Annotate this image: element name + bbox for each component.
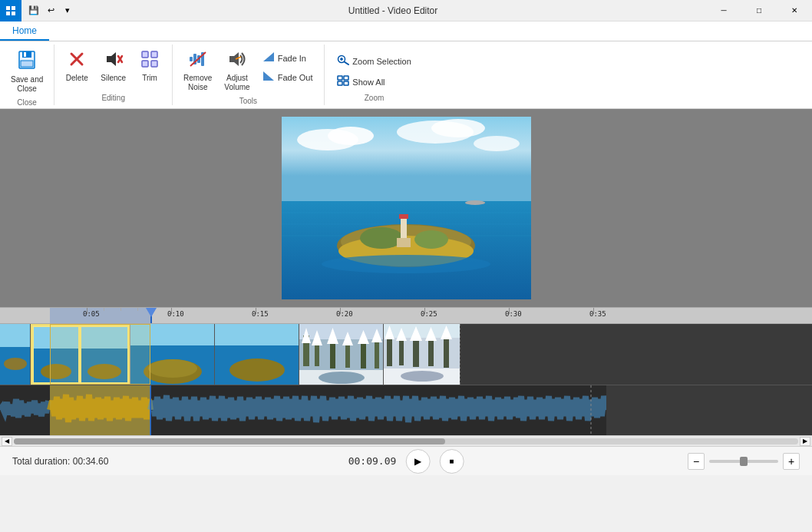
svg-rect-49 <box>401 216 407 240</box>
window-controls: ─ □ ✕ <box>706 0 812 21</box>
svg-rect-6 <box>24 52 26 57</box>
stop-button[interactable]: ■ <box>439 449 464 474</box>
scrollbar-thumb[interactable] <box>14 438 445 444</box>
video-track[interactable] <box>0 324 812 385</box>
scrollbar-track[interactable] <box>14 438 798 444</box>
svg-rect-68 <box>130 324 215 345</box>
fade-in-label: Fade In <box>278 54 306 63</box>
window-title: Untitled - Video Editor <box>80 5 706 16</box>
zoom-selection-button[interactable]: Zoom Selection <box>332 52 415 70</box>
playback-controls: 00:09.09 ▶ ■ <box>348 449 464 474</box>
svg-point-106 <box>401 371 444 382</box>
tab-home[interactable]: Home <box>0 21 49 41</box>
group-label-tools: Tools <box>239 97 257 107</box>
quick-undo-btn[interactable]: ↩ <box>43 3 58 18</box>
trim-label: Trim <box>142 74 157 83</box>
group-label-close: Close <box>17 98 37 108</box>
app-icon <box>0 0 21 21</box>
scroll-left-button[interactable]: ◀ <box>2 437 12 446</box>
ribbon-group-tools: Remove Noise Adjust Volume <box>173 45 324 105</box>
svg-point-47 <box>360 227 403 249</box>
svg-point-54 <box>465 200 485 205</box>
video-clip-1[interactable] <box>0 324 31 385</box>
svg-point-66 <box>87 364 121 379</box>
remove-noise-button[interactable]: Remove Noise <box>179 46 216 95</box>
video-clip-2-selected[interactable] <box>31 324 130 385</box>
fade-in-button[interactable]: Fade In <box>258 49 318 67</box>
close-button[interactable]: ✕ <box>777 0 812 21</box>
svg-rect-15 <box>142 61 148 67</box>
delete-button[interactable]: Delete <box>61 46 93 86</box>
svg-rect-3 <box>12 12 15 15</box>
video-clip-6[interactable] <box>384 324 460 385</box>
quick-save-btn[interactable]: 💾 <box>26 3 41 18</box>
silence-icon <box>104 49 124 72</box>
adjust-volume-button[interactable]: Adjust Volume <box>220 46 254 95</box>
silence-button[interactable]: Silence <box>96 46 130 86</box>
video-frame[interactable] <box>282 117 531 299</box>
status-bar: Total duration: 00:34.60 00:09.09 ▶ ■ − … <box>0 446 812 475</box>
svg-rect-7 <box>21 61 33 67</box>
current-time-display: 00:09.09 <box>348 455 397 467</box>
svg-line-27 <box>345 62 349 65</box>
svg-point-63 <box>41 364 71 379</box>
audio-waveform: /* waveform generated via CSS */ <box>0 385 606 435</box>
svg-rect-103 <box>444 335 449 368</box>
video-clip-5[interactable] <box>299 324 384 385</box>
svg-rect-0 <box>6 6 10 10</box>
svg-rect-2 <box>6 12 10 15</box>
svg-rect-17 <box>190 57 193 61</box>
svg-rect-14 <box>151 51 157 58</box>
zoom-in-button[interactable]: + <box>783 453 800 470</box>
title-bar: 💾 ↩ ▾ Untitled - Video Editor ─ □ ✕ <box>0 0 812 21</box>
audio-track[interactable]: /* waveform generated via CSS */ <box>0 385 812 435</box>
svg-rect-16 <box>151 61 157 67</box>
svg-point-39 <box>474 136 520 151</box>
silence-label: Silence <box>101 74 126 83</box>
minimize-button[interactable]: ─ <box>706 0 741 21</box>
show-all-icon <box>337 75 349 88</box>
zoom-selection-label: Zoom Selection <box>352 57 411 66</box>
zoom-out-button[interactable]: − <box>688 453 705 470</box>
show-all-label: Show All <box>352 78 385 87</box>
title-text: Untitled - Video Editor <box>348 5 438 16</box>
trim-button[interactable]: Trim <box>134 46 166 86</box>
timeline-ruler[interactable]: 0:05 0:10 0:15 0:20 0:25 0:30 0:35 <box>0 307 812 324</box>
maximize-button[interactable]: □ <box>741 0 777 21</box>
fade-out-button[interactable]: Fade Out <box>258 68 318 86</box>
timeline-scrollbar[interactable]: ◀ ▶ <box>0 435 812 446</box>
svg-rect-13 <box>142 51 148 58</box>
timeline-tracks[interactable]: /* waveform generated via CSS */ <box>0 324 812 435</box>
svg-rect-32 <box>338 81 342 85</box>
svg-rect-31 <box>344 76 348 80</box>
svg-rect-95 <box>387 335 392 366</box>
zoom-slider-thumb[interactable] <box>740 457 748 466</box>
fade-out-label: Fade Out <box>278 73 313 82</box>
play-button[interactable]: ▶ <box>405 449 430 474</box>
svg-rect-5 <box>22 51 31 58</box>
adjust-volume-label: Adjust Volume <box>224 74 249 92</box>
quick-access-toolbar: 💾 ↩ ▾ <box>21 3 80 18</box>
svg-rect-97 <box>399 338 404 365</box>
remove-noise-label: Remove Noise <box>183 74 212 92</box>
svg-marker-24 <box>263 52 274 61</box>
zoom-controls: − + <box>688 453 800 470</box>
video-preview-area <box>0 109 812 307</box>
scroll-right-button[interactable]: ▶ <box>800 437 810 446</box>
ribbon: Save and Close Close Delete <box>0 41 812 109</box>
quick-dropdown-btn[interactable]: ▾ <box>60 3 75 18</box>
save-close-label: Save and Close <box>11 75 43 94</box>
save-and-close-button[interactable]: Save and Close <box>6 46 48 97</box>
adjust-volume-icon <box>227 49 247 72</box>
svg-point-71 <box>148 359 197 378</box>
ribbon-group-close: Save and Close Close <box>0 45 54 105</box>
svg-marker-25 <box>263 71 274 81</box>
svg-rect-73 <box>215 324 299 345</box>
svg-rect-30 <box>338 76 342 80</box>
video-clip-3[interactable] <box>130 324 215 385</box>
svg-point-38 <box>431 119 485 137</box>
show-all-button[interactable]: Show All <box>332 73 415 91</box>
trim-icon <box>140 49 160 72</box>
zoom-slider[interactable] <box>709 460 778 463</box>
video-clip-4[interactable] <box>215 324 299 385</box>
